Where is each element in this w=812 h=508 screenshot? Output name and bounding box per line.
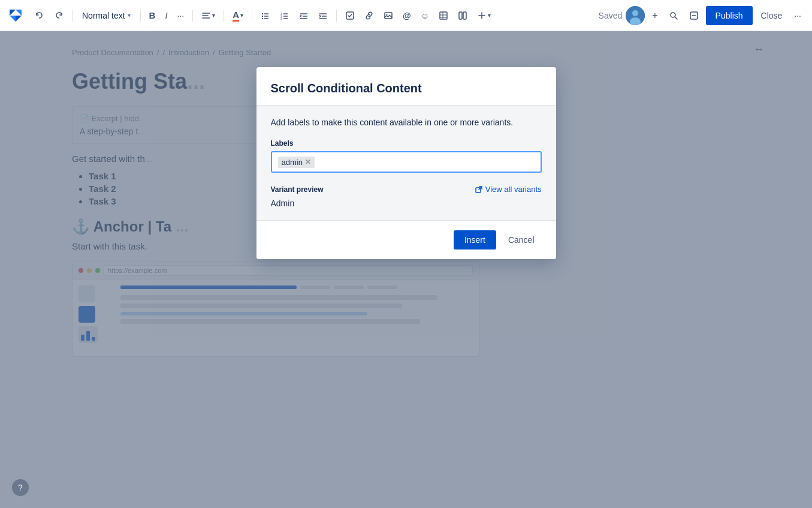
svg-point-4 xyxy=(262,13,263,14)
svg-point-34 xyxy=(632,10,638,16)
variant-preview-label: Variant preview xyxy=(271,185,324,194)
svg-rect-30 xyxy=(463,12,466,19)
italic-button[interactable]: I xyxy=(161,6,171,25)
bullet-list-button[interactable] xyxy=(257,6,274,25)
indent-button[interactable] xyxy=(315,6,331,25)
svg-rect-25 xyxy=(440,12,447,19)
variant-preview-header: Variant preview View all variants xyxy=(271,185,542,194)
add-collaborator-button[interactable]: + xyxy=(648,6,661,25)
avatar[interactable] xyxy=(626,6,645,25)
close-button[interactable]: Close xyxy=(756,6,787,25)
modal-footer: Insert Cancel xyxy=(256,220,556,259)
task-button[interactable] xyxy=(342,6,358,25)
bold-button[interactable]: B xyxy=(146,6,159,25)
more-formatting-button[interactable]: ··· xyxy=(174,6,188,25)
more-options-button[interactable] xyxy=(686,6,702,25)
modal: Scroll Conditional Content Add labels to… xyxy=(256,67,556,259)
divider-4 xyxy=(224,10,224,22)
layout-button[interactable] xyxy=(454,6,471,25)
text-style-dropdown[interactable]: Normal text ▾ xyxy=(77,6,135,25)
numbered-list-button[interactable]: 1 2 3 xyxy=(276,6,293,25)
align-button[interactable]: ▾ xyxy=(198,6,219,25)
outdent-button[interactable] xyxy=(295,6,312,25)
labels-label: Labels xyxy=(271,139,542,148)
divider-1 xyxy=(72,10,73,22)
external-link-icon xyxy=(475,185,483,194)
image-button[interactable] xyxy=(380,6,397,25)
text-color-button[interactable]: A ▾ xyxy=(229,6,247,25)
insert-plus-button[interactable]: ▾ xyxy=(473,6,494,25)
toolbar-right: Saved + Publish Close ··· xyxy=(599,6,805,25)
insert-button[interactable]: Insert xyxy=(454,230,496,250)
publish-button[interactable]: Publish xyxy=(706,6,753,25)
svg-rect-23 xyxy=(385,13,392,19)
divider-2 xyxy=(140,10,141,22)
link-button[interactable] xyxy=(361,6,378,25)
label-tag-close-icon[interactable]: ✕ xyxy=(305,158,311,166)
divider-3 xyxy=(192,10,193,22)
label-tag-text: admin xyxy=(282,158,303,167)
help-button[interactable]: ? xyxy=(12,479,29,496)
mention-button[interactable]: @ xyxy=(399,6,415,25)
redo-button[interactable] xyxy=(50,6,67,25)
align-chevron: ▾ xyxy=(212,12,215,19)
modal-title: Scroll Conditional Content xyxy=(271,82,542,95)
modal-overlay: Scroll Conditional Content Add labels to… xyxy=(0,31,812,508)
toolbar-more-button[interactable]: ··· xyxy=(790,6,805,25)
label-tag-admin: admin ✕ xyxy=(278,157,315,168)
svg-point-6 xyxy=(262,15,263,16)
variant-preview-section: Variant preview View all variants Admin xyxy=(271,185,542,208)
svg-text:3: 3 xyxy=(280,17,282,20)
variant-value: Admin xyxy=(271,199,542,208)
cancel-button[interactable]: Cancel xyxy=(501,230,542,250)
view-all-text: View all variants xyxy=(485,185,542,194)
content-area: Product Documentation / / Introduction /… xyxy=(0,31,812,508)
modal-header: Scroll Conditional Content xyxy=(256,67,556,106)
text-style-label: Normal text xyxy=(82,11,125,20)
svg-point-8 xyxy=(262,17,263,19)
svg-line-37 xyxy=(675,17,677,19)
app-logo[interactable] xyxy=(7,7,24,24)
table-button[interactable] xyxy=(435,6,452,25)
view-all-variants-link[interactable]: View all variants xyxy=(475,185,542,194)
divider-5 xyxy=(252,10,252,22)
svg-point-24 xyxy=(387,14,388,15)
undo-button[interactable] xyxy=(31,6,48,25)
toolbar: Normal text ▾ B I ··· ▾ A ▾ 1 xyxy=(0,0,812,31)
svg-point-36 xyxy=(671,13,675,17)
chevron-down-icon: ▾ xyxy=(128,12,131,19)
saved-status: Saved xyxy=(599,11,623,20)
svg-rect-29 xyxy=(459,12,462,19)
divider-6 xyxy=(336,10,337,22)
modal-description: Add labels to make this content availabl… xyxy=(271,118,542,127)
modal-body: Add labels to make this content availabl… xyxy=(256,106,556,220)
search-button[interactable] xyxy=(665,6,682,25)
emoji-button[interactable]: ☺ xyxy=(417,6,433,25)
labels-input[interactable]: admin ✕ xyxy=(271,151,542,173)
